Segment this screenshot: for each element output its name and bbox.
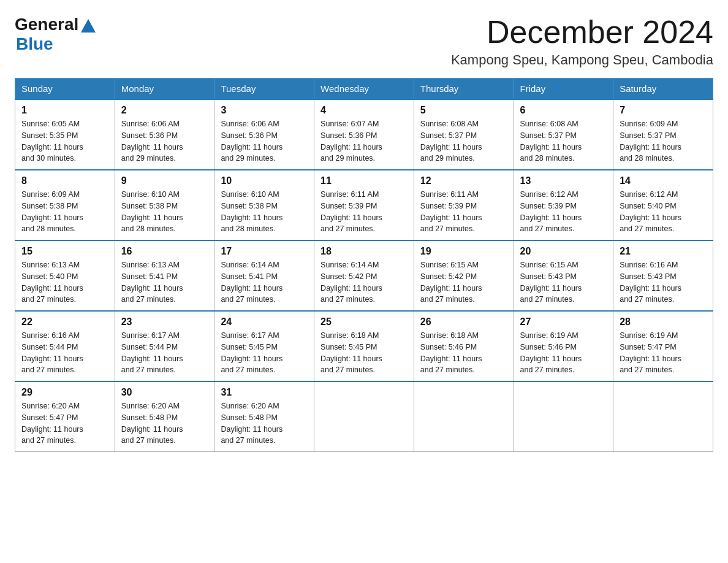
day-number-13: 13 <box>520 175 607 186</box>
day-number-21: 21 <box>620 246 707 257</box>
day-info-9: Sunrise: 6:10 AMSunset: 5:38 PMDaylight:… <box>121 189 208 235</box>
empty-cell <box>514 381 613 452</box>
day-info-1: Sunrise: 6:05 AMSunset: 5:35 PMDaylight:… <box>21 118 108 164</box>
logo: General Blue <box>15 15 96 54</box>
day-cell-8: 8Sunrise: 6:09 AMSunset: 5:38 PMDaylight… <box>15 170 115 240</box>
day-number-17: 17 <box>221 246 308 257</box>
day-cell-22: 22Sunrise: 6:16 AMSunset: 5:44 PMDayligh… <box>15 311 115 381</box>
day-cell-21: 21Sunrise: 6:16 AMSunset: 5:43 PMDayligh… <box>613 240 713 311</box>
day-info-25: Sunrise: 6:18 AMSunset: 5:45 PMDaylight:… <box>320 330 408 376</box>
day-number-1: 1 <box>21 105 108 116</box>
day-number-29: 29 <box>21 387 108 398</box>
day-info-28: Sunrise: 6:19 AMSunset: 5:47 PMDaylight:… <box>620 330 707 376</box>
day-number-5: 5 <box>420 105 507 116</box>
day-cell-19: 19Sunrise: 6:15 AMSunset: 5:42 PMDayligh… <box>414 240 514 311</box>
month-title: December 2024 <box>451 15 713 50</box>
logo-blue-label: Blue <box>16 34 53 54</box>
day-info-15: Sunrise: 6:13 AMSunset: 5:40 PMDaylight:… <box>21 259 108 305</box>
day-number-15: 15 <box>21 246 108 257</box>
day-cell-5: 5Sunrise: 6:08 AMSunset: 5:37 PMDaylight… <box>414 99 514 170</box>
day-info-29: Sunrise: 6:20 AMSunset: 5:47 PMDaylight:… <box>21 400 108 446</box>
week-row-5: 29Sunrise: 6:20 AMSunset: 5:47 PMDayligh… <box>15 381 713 452</box>
day-info-17: Sunrise: 6:14 AMSunset: 5:41 PMDaylight:… <box>221 259 308 305</box>
day-number-9: 9 <box>121 175 208 186</box>
day-info-24: Sunrise: 6:17 AMSunset: 5:45 PMDaylight:… <box>221 330 308 376</box>
day-number-26: 26 <box>420 316 507 327</box>
empty-cell <box>613 381 713 452</box>
day-number-30: 30 <box>121 387 208 398</box>
day-cell-4: 4Sunrise: 6:07 AMSunset: 5:36 PMDaylight… <box>314 99 414 170</box>
day-number-14: 14 <box>620 175 707 186</box>
day-number-24: 24 <box>221 316 308 327</box>
day-info-27: Sunrise: 6:19 AMSunset: 5:46 PMDaylight:… <box>520 330 607 376</box>
day-number-19: 19 <box>420 246 507 257</box>
calendar-header: SundayMondayTuesdayWednesdayThursdayFrid… <box>15 79 713 100</box>
weekday-header-friday: Friday <box>514 79 613 100</box>
calendar-body: 1Sunrise: 6:05 AMSunset: 5:35 PMDaylight… <box>15 99 713 452</box>
empty-cell <box>414 381 514 452</box>
week-row-2: 8Sunrise: 6:09 AMSunset: 5:38 PMDaylight… <box>15 170 713 240</box>
day-number-12: 12 <box>420 175 507 186</box>
day-cell-30: 30Sunrise: 6:20 AMSunset: 5:48 PMDayligh… <box>115 381 214 452</box>
day-info-3: Sunrise: 6:06 AMSunset: 5:36 PMDaylight:… <box>221 118 308 164</box>
day-cell-26: 26Sunrise: 6:18 AMSunset: 5:46 PMDayligh… <box>414 311 514 381</box>
day-cell-20: 20Sunrise: 6:15 AMSunset: 5:43 PMDayligh… <box>514 240 613 311</box>
day-cell-13: 13Sunrise: 6:12 AMSunset: 5:39 PMDayligh… <box>514 170 613 240</box>
day-cell-7: 7Sunrise: 6:09 AMSunset: 5:37 PMDaylight… <box>613 99 713 170</box>
day-info-23: Sunrise: 6:17 AMSunset: 5:44 PMDaylight:… <box>121 330 208 376</box>
day-number-22: 22 <box>21 316 108 327</box>
day-info-18: Sunrise: 6:14 AMSunset: 5:42 PMDaylight:… <box>320 259 408 305</box>
week-row-4: 22Sunrise: 6:16 AMSunset: 5:44 PMDayligh… <box>15 311 713 381</box>
day-info-2: Sunrise: 6:06 AMSunset: 5:36 PMDaylight:… <box>121 118 208 164</box>
day-cell-27: 27Sunrise: 6:19 AMSunset: 5:46 PMDayligh… <box>514 311 613 381</box>
day-cell-15: 15Sunrise: 6:13 AMSunset: 5:40 PMDayligh… <box>15 240 115 311</box>
day-cell-12: 12Sunrise: 6:11 AMSunset: 5:39 PMDayligh… <box>414 170 514 240</box>
day-info-6: Sunrise: 6:08 AMSunset: 5:37 PMDaylight:… <box>520 118 607 164</box>
day-info-12: Sunrise: 6:11 AMSunset: 5:39 PMDaylight:… <box>420 189 507 235</box>
day-number-27: 27 <box>520 316 607 327</box>
day-number-3: 3 <box>221 105 308 116</box>
day-cell-24: 24Sunrise: 6:17 AMSunset: 5:45 PMDayligh… <box>214 311 314 381</box>
page-header: General Blue December 2024 Kampong Speu,… <box>15 15 713 68</box>
day-cell-28: 28Sunrise: 6:19 AMSunset: 5:47 PMDayligh… <box>613 311 713 381</box>
logo-general-label: General <box>15 15 78 34</box>
day-cell-6: 6Sunrise: 6:08 AMSunset: 5:37 PMDaylight… <box>514 99 613 170</box>
day-cell-25: 25Sunrise: 6:18 AMSunset: 5:45 PMDayligh… <box>314 311 414 381</box>
day-info-26: Sunrise: 6:18 AMSunset: 5:46 PMDaylight:… <box>420 330 507 376</box>
logo-general-text: General <box>15 15 96 34</box>
day-info-30: Sunrise: 6:20 AMSunset: 5:48 PMDaylight:… <box>121 400 208 446</box>
day-number-4: 4 <box>320 105 408 116</box>
day-number-11: 11 <box>320 175 408 186</box>
day-info-21: Sunrise: 6:16 AMSunset: 5:43 PMDaylight:… <box>620 259 707 305</box>
day-info-7: Sunrise: 6:09 AMSunset: 5:37 PMDaylight:… <box>620 118 707 164</box>
weekday-header-row: SundayMondayTuesdayWednesdayThursdayFrid… <box>15 79 713 100</box>
calendar-table: SundayMondayTuesdayWednesdayThursdayFrid… <box>15 78 713 452</box>
location-title: Kampong Speu, Kampong Speu, Cambodia <box>451 52 713 68</box>
weekday-header-saturday: Saturday <box>613 79 713 100</box>
day-number-25: 25 <box>320 316 408 327</box>
weekday-header-tuesday: Tuesday <box>214 79 314 100</box>
day-info-19: Sunrise: 6:15 AMSunset: 5:42 PMDaylight:… <box>420 259 507 305</box>
weekday-header-wednesday: Wednesday <box>314 79 414 100</box>
day-info-10: Sunrise: 6:10 AMSunset: 5:38 PMDaylight:… <box>221 189 308 235</box>
day-cell-2: 2Sunrise: 6:06 AMSunset: 5:36 PMDaylight… <box>115 99 214 170</box>
day-number-31: 31 <box>221 387 308 398</box>
day-cell-10: 10Sunrise: 6:10 AMSunset: 5:38 PMDayligh… <box>214 170 314 240</box>
day-info-16: Sunrise: 6:13 AMSunset: 5:41 PMDaylight:… <box>121 259 208 305</box>
logo-triangle-icon <box>81 19 96 33</box>
day-cell-18: 18Sunrise: 6:14 AMSunset: 5:42 PMDayligh… <box>314 240 414 311</box>
week-row-3: 15Sunrise: 6:13 AMSunset: 5:40 PMDayligh… <box>15 240 713 311</box>
day-info-22: Sunrise: 6:16 AMSunset: 5:44 PMDaylight:… <box>21 330 108 376</box>
day-number-8: 8 <box>21 175 108 186</box>
day-info-5: Sunrise: 6:08 AMSunset: 5:37 PMDaylight:… <box>420 118 507 164</box>
day-number-10: 10 <box>221 175 308 186</box>
day-number-6: 6 <box>520 105 607 116</box>
day-info-20: Sunrise: 6:15 AMSunset: 5:43 PMDaylight:… <box>520 259 607 305</box>
weekday-header-monday: Monday <box>115 79 214 100</box>
day-cell-11: 11Sunrise: 6:11 AMSunset: 5:39 PMDayligh… <box>314 170 414 240</box>
day-info-4: Sunrise: 6:07 AMSunset: 5:36 PMDaylight:… <box>320 118 408 164</box>
day-cell-29: 29Sunrise: 6:20 AMSunset: 5:47 PMDayligh… <box>15 381 115 452</box>
day-cell-16: 16Sunrise: 6:13 AMSunset: 5:41 PMDayligh… <box>115 240 214 311</box>
day-info-11: Sunrise: 6:11 AMSunset: 5:39 PMDaylight:… <box>320 189 408 235</box>
day-number-2: 2 <box>121 105 208 116</box>
